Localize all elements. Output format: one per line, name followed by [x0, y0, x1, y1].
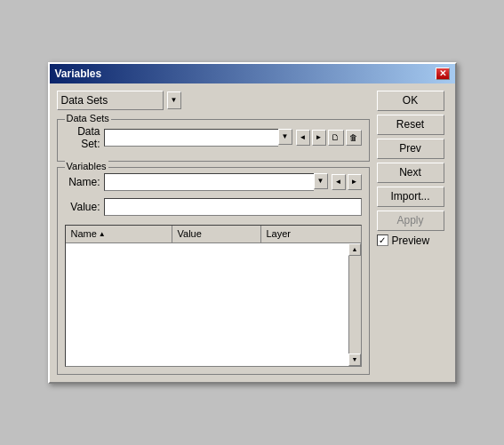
table-body: [66, 243, 348, 366]
top-select-arrow[interactable]: ▼: [167, 91, 181, 109]
name-next-icon: ►: [351, 178, 358, 186]
dataset-save-btn[interactable]: 🗋: [328, 130, 344, 146]
col-layer-label: Layer: [267, 228, 292, 239]
sort-arrow-icon: ▲: [99, 230, 106, 238]
dataset-nav: ◄ ► 🗋 🗑: [296, 130, 362, 146]
preview-row: ✓ Preview: [377, 234, 448, 247]
dataset-delete-icon: 🗑: [349, 133, 357, 142]
top-select[interactable]: Data Sets: [57, 91, 164, 110]
col-name-label: Name: [71, 228, 97, 239]
scrollbar: ▲ ▼: [348, 243, 361, 366]
prev-button[interactable]: Prev: [377, 139, 444, 159]
next-button[interactable]: Next: [377, 163, 444, 183]
name-dropdown-arrow[interactable]: ▼: [314, 173, 328, 189]
dataset-next-btn[interactable]: ►: [312, 130, 326, 146]
value-input[interactable]: [104, 198, 362, 216]
dataset-dropdown-arrow[interactable]: ▼: [278, 129, 292, 145]
title-bar: Variables ✕: [50, 64, 455, 83]
name-row: Name: ▼ ◄ ►: [65, 173, 362, 191]
dataset-prev-btn[interactable]: ◄: [296, 130, 310, 146]
preview-checkbox[interactable]: ✓: [377, 234, 388, 246]
name-label: Name:: [65, 176, 100, 188]
scroll-up-btn[interactable]: ▲: [348, 243, 361, 256]
reset-button[interactable]: Reset: [377, 115, 444, 135]
value-label: Value:: [65, 201, 100, 213]
data-sets-group: Data Sets Data Set: ▼ ◄ ►: [57, 119, 370, 162]
close-button[interactable]: ✕: [436, 68, 450, 80]
dialog-body: Data Sets ▼ Data Sets Data Set: ▼: [50, 83, 455, 382]
scroll-up-icon: ▲: [352, 246, 358, 252]
name-dropdown-icon: ▼: [317, 177, 324, 185]
scroll-down-btn[interactable]: ▼: [348, 354, 361, 366]
dataset-row: Data Set: ▼ ◄ ►: [65, 125, 362, 150]
table-header: Name ▲ Value Layer: [66, 226, 361, 243]
left-panel: Data Sets ▼ Data Sets Data Set: ▼: [57, 91, 370, 375]
right-panel: OK Reset Prev Next Import... Apply ✓ Pre…: [377, 91, 448, 375]
dataset-input[interactable]: [104, 129, 278, 147]
col-value-label: Value: [178, 228, 202, 239]
top-select-value: Data Sets: [61, 94, 108, 107]
ok-button[interactable]: OK: [377, 91, 444, 111]
dataset-label: Data Set:: [65, 125, 100, 150]
dataset-dropdown-icon: ▼: [282, 132, 289, 140]
scroll-down-icon: ▼: [352, 356, 358, 362]
name-nav: ◄ ►: [332, 174, 362, 190]
name-input[interactable]: [104, 173, 314, 191]
name-prev-btn[interactable]: ◄: [332, 174, 346, 190]
data-sets-group-label: Data Sets: [65, 113, 111, 123]
top-select-arrow-icon: ▼: [171, 96, 178, 104]
variables-group: Variables Name: ▼ ◄: [57, 167, 370, 375]
dataset-input-group: ▼: [104, 129, 292, 147]
dialog-title: Variables: [55, 68, 102, 80]
dataset-save-icon: 🗋: [332, 133, 340, 142]
variables-group-label: Variables: [65, 161, 108, 171]
name-input-group: ▼: [104, 173, 328, 191]
name-prev-icon: ◄: [335, 178, 342, 186]
apply-button[interactable]: Apply: [377, 211, 444, 231]
value-row: Value:: [65, 198, 362, 216]
preview-label: Preview: [392, 234, 430, 247]
dataset-next-icon: ►: [316, 133, 323, 141]
variables-inner: Name: ▼ ◄ ►: [65, 173, 362, 367]
col-name-header[interactable]: Name ▲: [66, 226, 172, 242]
dataset-delete-btn[interactable]: 🗑: [346, 130, 362, 146]
variables-dialog: Variables ✕ Data Sets ▼ Data Sets Data S…: [48, 62, 457, 384]
col-layer-header[interactable]: Layer: [261, 226, 361, 242]
name-next-btn[interactable]: ►: [348, 174, 362, 190]
variables-table: Name ▲ Value Layer: [65, 225, 362, 367]
import-button[interactable]: Import...: [377, 187, 444, 207]
top-dropdown-row: Data Sets ▼: [57, 91, 370, 110]
dataset-prev-icon: ◄: [300, 133, 307, 141]
col-value-header[interactable]: Value: [172, 226, 261, 242]
